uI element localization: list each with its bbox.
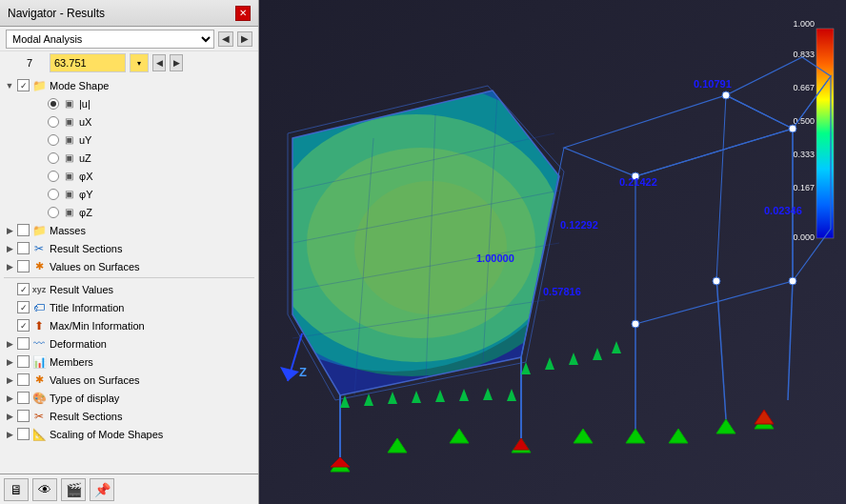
tree-item-phiy[interactable]: ▣ φY (0, 185, 258, 203)
tree-item-uy[interactable]: ▣ uY (0, 131, 258, 149)
expand-arrow-phiz (34, 207, 46, 218)
radio-ux[interactable] (48, 116, 59, 128)
svg-text:0.12292: 0.12292 (560, 219, 598, 231)
display-icon: 🎨 (31, 391, 47, 406)
tree-item-masses[interactable]: ▶ 📁 Masses (0, 221, 258, 239)
nav-prev[interactable]: ◀ (218, 31, 233, 47)
svg-point-56 (789, 277, 796, 285)
animation-button[interactable]: 🎬 (61, 478, 86, 501)
label-result-values: Result Values (50, 284, 113, 295)
label-u-abs: |u| (79, 98, 91, 110)
expand-arrow-result-sections2: ▶ (4, 411, 15, 422)
expand-arrow-title-info (4, 302, 15, 313)
expand-arrow-scaling-mode: ▶ (4, 429, 15, 440)
tree-item-phiz[interactable]: ▣ φZ (0, 203, 258, 221)
expand-arrow-masses: ▶ (4, 225, 15, 236)
expand-arrow-uz (34, 152, 46, 164)
freq-value-input[interactable]: 63.751 (50, 53, 126, 72)
svg-point-54 (632, 320, 639, 328)
tree-item-maxmin-info[interactable]: ⬆ Max/Min Information (0, 316, 258, 334)
tree-item-phix[interactable]: ▣ φX (0, 167, 258, 185)
tree-item-result-sections2[interactable]: ▶ ✂ Result Sections (0, 407, 258, 425)
svg-point-55 (713, 277, 720, 285)
close-button[interactable]: ✕ (235, 6, 251, 21)
label-type-display: Type of display (50, 393, 119, 404)
tree-item-ux[interactable]: ▣ uX (0, 112, 258, 131)
component-icon-phiz: ▣ (61, 205, 76, 220)
view-button[interactable]: 👁 (32, 478, 57, 501)
expand-arrow-ux (34, 116, 46, 128)
checkbox-deformation[interactable] (17, 337, 30, 350)
checkbox-result-sections[interactable] (17, 242, 30, 254)
tree-item-result-sections[interactable]: ▶ ✂ Result Sections (0, 239, 258, 257)
label-members: Members (50, 356, 93, 368)
tree-container: ▼ 📁 Mode Shape ▣ |u| ▣ uX ▣ uY (0, 74, 258, 474)
component-icon-uz: ▣ (61, 151, 76, 166)
component-icon-ux: ▣ (61, 114, 76, 130)
analysis-select[interactable]: Modal Analysis (6, 30, 214, 49)
checkbox-result-sections2[interactable] (17, 410, 30, 422)
checkbox-members[interactable] (17, 355, 30, 368)
radio-uy[interactable] (48, 134, 59, 146)
tree-item-values-surfaces2[interactable]: ▶ ✱ Values on Surfaces (0, 371, 258, 389)
tree-item-scaling-mode[interactable]: ▶ 📐 Scaling of Mode Shapes (0, 425, 258, 443)
tree-item-type-display[interactable]: ▶ 🎨 Type of display (0, 389, 258, 407)
radio-phiy[interactable] (48, 189, 59, 200)
panel-title: Navigator - Results (8, 7, 105, 20)
checkbox-scaling-mode[interactable] (17, 428, 30, 440)
checkbox-type-display[interactable] (17, 392, 30, 404)
radio-u-abs[interactable] (48, 98, 59, 110)
label-deformation: Deformation (50, 338, 107, 350)
label-result-sections2: Result Sections (50, 411, 122, 422)
svg-text:1.000: 1.000 (793, 19, 815, 29)
label-title-info: Title Information (50, 302, 124, 313)
expand-arrow-uy (34, 134, 46, 146)
checkbox-values-surfaces[interactable] (17, 260, 30, 272)
tree-item-deformation[interactable]: ▶ 〰 Deformation (0, 334, 258, 353)
svg-text:0.667: 0.667 (793, 83, 815, 92)
component-icon-u-abs: ▣ (61, 96, 76, 111)
checkbox-mode-shape[interactable] (17, 79, 30, 91)
visualization-area: 1.000 0.833 0.667 0.500 0.333 0.167 0.00… (259, 0, 846, 504)
svg-text:Z: Z (299, 365, 307, 379)
tree-item-uz[interactable]: ▣ uZ (0, 149, 258, 167)
radio-uz[interactable] (48, 152, 59, 164)
folder-icon-mode-shape: 📁 (31, 78, 47, 93)
expand-arrow-deformation: ▶ (4, 338, 15, 350)
label-phiz: φZ (79, 207, 92, 218)
display-button[interactable]: 🖥 (4, 478, 29, 501)
expand-arrow-result-values (4, 284, 15, 295)
checkbox-title-info[interactable] (17, 301, 30, 313)
checkbox-masses[interactable] (17, 224, 30, 236)
bottom-toolbar: 🖥 👁 🎬 📌 (0, 474, 258, 504)
expand-arrow-result-sections: ▶ (4, 243, 15, 254)
pin-button[interactable]: 📌 (90, 478, 114, 501)
radio-phiz[interactable] (48, 207, 59, 218)
separator-1 (4, 277, 254, 278)
expand-arrow-phix (34, 171, 46, 182)
checkbox-maxmin-info[interactable] (17, 319, 30, 332)
tree-item-mode-shape[interactable]: ▼ 📁 Mode Shape (0, 76, 258, 94)
deformation-icon: 〰 (31, 336, 47, 352)
radio-phix[interactable] (48, 171, 59, 182)
model-svg: 1.000 0.833 0.667 0.500 0.333 0.167 0.00… (259, 0, 846, 504)
freq-dropdown[interactable]: ▾ (130, 53, 149, 72)
tree-item-values-surfaces[interactable]: ▶ ✱ Values on Surfaces (0, 257, 258, 275)
tree-item-u-abs[interactable]: ▣ |u| (0, 94, 258, 112)
tree-item-result-values[interactable]: xyz Result Values (0, 280, 258, 298)
expand-arrow-maxmin-info (4, 320, 15, 332)
tree-item-members[interactable]: ▶ 📊 Members (0, 353, 258, 371)
scaling-icon: 📐 (31, 427, 47, 442)
checkbox-values-surfaces2[interactable] (17, 373, 30, 386)
xxx-icon: xyz (31, 282, 47, 297)
checkbox-result-values[interactable] (17, 283, 30, 295)
maxmin-icon: ⬆ (31, 318, 47, 333)
panel-header: Navigator - Results ✕ (0, 0, 258, 27)
nav-next[interactable]: ▶ (237, 31, 252, 47)
label-uy: uY (79, 134, 91, 146)
label-uz: uZ (79, 152, 91, 164)
freq-next[interactable]: ▶ (170, 54, 183, 71)
tree-item-title-info[interactable]: 🏷 Title Information (0, 298, 258, 316)
svg-text:0.10791: 0.10791 (694, 78, 732, 90)
freq-prev[interactable]: ◀ (152, 54, 166, 71)
